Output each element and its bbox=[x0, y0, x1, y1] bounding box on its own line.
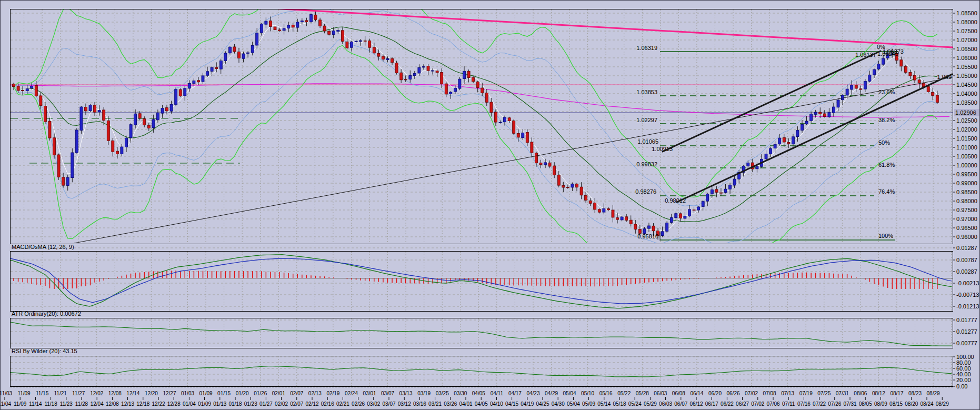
svg-text:04/05: 04/05 bbox=[472, 391, 485, 396]
svg-text:01/18: 01/18 bbox=[228, 401, 242, 407]
svg-text:07/16: 07/16 bbox=[797, 401, 811, 407]
svg-text:1.04500: 1.04500 bbox=[956, 82, 977, 88]
svg-text:11/23: 11/23 bbox=[60, 401, 73, 407]
svg-text:07/06: 07/06 bbox=[766, 401, 779, 407]
macd-panel-label: MACD/OsMA (12, 26, 9) bbox=[12, 244, 74, 251]
svg-text:1.08000: 1.08000 bbox=[956, 19, 977, 25]
svg-text:02/07: 02/07 bbox=[290, 401, 303, 407]
svg-text:12/28: 12/28 bbox=[167, 401, 181, 407]
svg-text:02/26: 02/26 bbox=[352, 401, 365, 407]
current-price-badge: 1.02906 bbox=[954, 109, 980, 116]
svg-text:11/21: 11/21 bbox=[54, 391, 67, 396]
svg-text:0.00: 0.00 bbox=[956, 383, 967, 389]
svg-text:07/02: 07/02 bbox=[751, 401, 764, 407]
svg-text:08/29: 08/29 bbox=[936, 401, 949, 407]
svg-text:03/19: 03/19 bbox=[417, 391, 431, 396]
svg-text:08/20: 08/20 bbox=[905, 401, 918, 407]
svg-text:0.99000: 0.99000 bbox=[956, 180, 977, 186]
svg-text:12/08: 12/08 bbox=[108, 391, 122, 396]
svg-text:05/24: 05/24 bbox=[628, 401, 642, 407]
svg-text:02/24: 02/24 bbox=[345, 391, 358, 396]
svg-text:05/16: 05/16 bbox=[599, 391, 613, 396]
svg-text:11/09: 11/09 bbox=[17, 391, 31, 396]
svg-text:05/04: 05/04 bbox=[567, 401, 580, 407]
svg-text:06/14: 06/14 bbox=[690, 391, 703, 396]
svg-text:07/02: 07/02 bbox=[745, 391, 758, 396]
svg-text:0.96500: 0.96500 bbox=[956, 225, 977, 231]
svg-text:03/07: 03/07 bbox=[382, 401, 395, 407]
svg-text:12/13: 12/13 bbox=[121, 401, 134, 407]
svg-text:0.97500: 0.97500 bbox=[956, 207, 977, 213]
svg-text:03/12: 03/12 bbox=[398, 401, 411, 407]
svg-text:11/09: 11/09 bbox=[14, 401, 27, 407]
svg-text:04/19: 04/19 bbox=[521, 401, 534, 407]
svg-text:01/09: 01/09 bbox=[198, 401, 211, 407]
svg-text:04/29: 04/29 bbox=[545, 391, 558, 396]
svg-text:1.06000: 1.06000 bbox=[956, 55, 977, 61]
svg-text:12/08: 12/08 bbox=[106, 401, 119, 407]
svg-text:0.99832: 0.99832 bbox=[636, 161, 657, 167]
svg-text:04/30: 04/30 bbox=[552, 401, 565, 407]
svg-text:1.01000: 1.01000 bbox=[956, 144, 977, 151]
svg-text:1.05000: 1.05000 bbox=[956, 73, 977, 79]
svg-text:08/15: 08/15 bbox=[889, 401, 903, 407]
svg-text:-0.01213: -0.01213 bbox=[956, 303, 979, 309]
svg-text:05/28: 05/28 bbox=[636, 391, 649, 396]
svg-text:0.97000: 0.97000 bbox=[956, 216, 977, 222]
svg-text:0.00287: 0.00287 bbox=[956, 268, 977, 275]
svg-text:1.01065: 1.01065 bbox=[637, 138, 658, 145]
svg-text:07/25: 07/25 bbox=[817, 391, 831, 396]
svg-text:02/16: 02/16 bbox=[321, 401, 334, 407]
svg-text:05/18: 05/18 bbox=[613, 401, 626, 407]
svg-text:06/03: 06/03 bbox=[654, 391, 667, 396]
svg-text:04/10: 04/10 bbox=[490, 401, 503, 407]
svg-text:05/29: 05/29 bbox=[644, 401, 657, 407]
svg-text:02/13: 02/13 bbox=[308, 391, 322, 396]
atr-panel-label: ATR Ordinary(20): 0.00672 bbox=[12, 311, 81, 317]
svg-text:06/07: 06/07 bbox=[674, 401, 687, 407]
svg-text:01/23: 01/23 bbox=[244, 401, 257, 407]
svg-text:07/13: 07/13 bbox=[781, 391, 794, 396]
chart-canvas[interactable]: 1.063191.038531.022971.010651.009130.998… bbox=[1, 1, 980, 410]
svg-text:76.4%: 76.4% bbox=[878, 188, 895, 195]
svg-text:12/02: 12/02 bbox=[90, 391, 103, 396]
svg-text:03/16: 03/16 bbox=[413, 401, 426, 407]
svg-text:08/09: 08/09 bbox=[874, 401, 887, 407]
svg-text:05/22: 05/22 bbox=[617, 391, 631, 396]
svg-text:61.8%: 61.8% bbox=[878, 162, 895, 168]
svg-text:0.01287: 0.01287 bbox=[956, 245, 977, 251]
svg-text:07/26: 07/26 bbox=[828, 401, 841, 407]
svg-text:0.96000: 0.96000 bbox=[956, 234, 977, 240]
svg-text:1.07500: 1.07500 bbox=[956, 28, 977, 34]
svg-text:08/29: 08/29 bbox=[927, 391, 940, 396]
svg-text:08/24: 08/24 bbox=[920, 401, 933, 407]
svg-text:1.06500: 1.06500 bbox=[956, 46, 977, 52]
svg-text:1.03853: 1.03853 bbox=[636, 89, 657, 95]
svg-text:05/09: 05/09 bbox=[582, 401, 595, 407]
svg-text:-0.00713: -0.00713 bbox=[956, 292, 979, 298]
svg-text:12/27: 12/27 bbox=[163, 391, 176, 396]
svg-text:06/12: 06/12 bbox=[689, 401, 703, 407]
svg-text:0.01277: 0.01277 bbox=[956, 328, 977, 335]
svg-text:08/12: 08/12 bbox=[872, 391, 885, 396]
svg-text:38.2%: 38.2% bbox=[878, 117, 895, 123]
svg-text:20.00: 20.00 bbox=[956, 377, 971, 383]
svg-text:1.00500: 1.00500 bbox=[956, 153, 977, 159]
svg-text:02/01: 02/01 bbox=[272, 391, 285, 396]
svg-text:12/20: 12/20 bbox=[145, 391, 158, 396]
svg-text:01/09: 01/09 bbox=[199, 391, 213, 396]
svg-text:0.00777: 0.00777 bbox=[956, 340, 977, 346]
svg-text:0.98276: 0.98276 bbox=[635, 188, 656, 195]
svg-text:0.98012: 0.98012 bbox=[665, 197, 686, 204]
svg-text:11/04: 11/04 bbox=[1, 401, 12, 407]
svg-text:03/01: 03/01 bbox=[363, 391, 376, 396]
svg-text:07/31: 07/31 bbox=[843, 401, 856, 407]
svg-text:05/04: 05/04 bbox=[563, 391, 576, 396]
svg-text:07/19: 07/19 bbox=[799, 391, 813, 396]
svg-text:06/08: 06/08 bbox=[672, 391, 685, 396]
svg-text:02/07: 02/07 bbox=[290, 391, 303, 396]
svg-text:01/26: 01/26 bbox=[254, 391, 267, 396]
svg-text:05/10: 05/10 bbox=[581, 391, 594, 396]
svg-text:03/25: 03/25 bbox=[436, 391, 449, 396]
svg-text:11/27: 11/27 bbox=[72, 391, 85, 396]
